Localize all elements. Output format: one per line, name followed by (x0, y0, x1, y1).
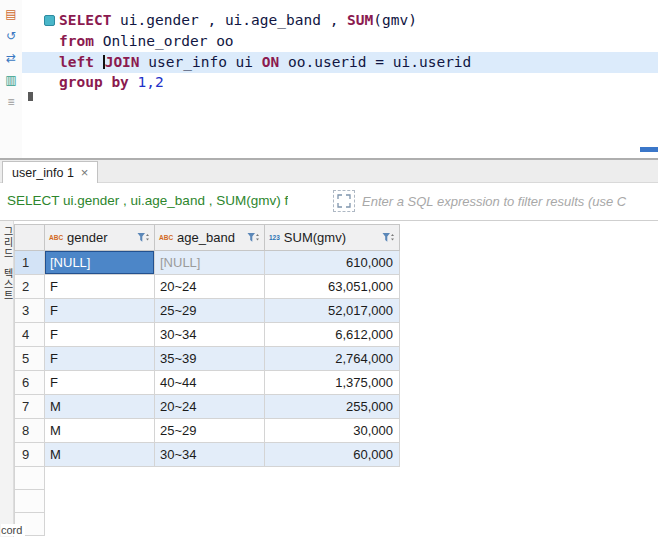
grid-cell[interactable]: 20~24 (155, 395, 265, 419)
column-label: SUM(gmv) (284, 230, 346, 245)
sql-line[interactable]: SELECT ui.gender , ui.age_band , SUM(gmv… (59, 10, 471, 31)
sql-token: SUM (347, 12, 373, 28)
close-icon[interactable]: × (81, 166, 89, 179)
grid-cell[interactable]: 60,000 (265, 443, 400, 467)
row-number[interactable]: 2 (14, 275, 45, 299)
column-header-ageband[interactable]: ABCage_band (155, 224, 265, 251)
grid-cell[interactable]: 30,000 (265, 419, 400, 443)
grid-cell[interactable]: F (45, 323, 155, 347)
results-view-tab-text[interactable]: 텍스트 (0, 268, 15, 301)
sql-token: (gmv) (373, 12, 417, 28)
table-row: 5F35~392,764,000 (14, 347, 400, 371)
grid-cell[interactable]: 1,375,000 (265, 371, 400, 395)
filter-placeholder: Enter a SQL expression to filter results… (362, 194, 656, 209)
results-side-strip: 그리드텍스트 (0, 221, 14, 537)
results-grid: ABCgenderABCage_band123SUM(gmv) 1[NULL][… (14, 224, 400, 536)
row-number[interactable]: 8 (14, 419, 45, 443)
filter-sort-icon[interactable] (137, 232, 150, 244)
table-row: 2F20~2463,051,000 (14, 275, 400, 299)
grid-cell[interactable]: 2,764,000 (265, 347, 400, 371)
execute-sql-icon[interactable]: ▤ (3, 6, 19, 22)
table-row: 7M20~24255,000 (14, 395, 400, 419)
grid-header-row: ABCgenderABCage_band123SUM(gmv) (14, 224, 400, 251)
sql-token: group by (59, 74, 129, 90)
sql-token: JOIN (105, 54, 140, 70)
results-tabbar: user_info 1 × (0, 160, 658, 183)
editor-toolbar: ▤↺⇄▥≡ (0, 0, 22, 158)
filter-sort-icon[interactable] (382, 232, 395, 244)
grid-cell[interactable]: 40~44 (155, 371, 265, 395)
grid-cell[interactable]: 63,051,000 (265, 275, 400, 299)
result-filter-bar[interactable]: SELECT ui.gender , ui.age_band , SUM(gmv… (0, 184, 658, 221)
results-view-tab-grid[interactable]: 그리드 (0, 226, 15, 259)
grid-cell[interactable]: 30~34 (155, 443, 265, 467)
column-type-icon: ABC (49, 234, 63, 241)
row-number[interactable]: 9 (14, 443, 45, 467)
grid-cell[interactable]: M (45, 443, 155, 467)
grid-cell[interactable]: 6,612,000 (265, 323, 400, 347)
sql-token: SELECT (59, 12, 111, 28)
sql-token: oo.userid = ui.userid (279, 54, 471, 70)
active-query-label: SELECT ui.gender , ui.age_band , SUM(gmv… (7, 193, 288, 208)
column-header-gender[interactable]: ABCgender (45, 224, 155, 251)
tab-user-info-1[interactable]: user_info 1 × (2, 161, 98, 183)
grid-cell[interactable]: M (45, 419, 155, 443)
sql-editor-panel[interactable]: ▤↺⇄▥≡ SELECT ui.gender , ui.age_band , S… (0, 0, 658, 158)
row-number[interactable]: 7 (14, 395, 45, 419)
gutter-marker-icon (28, 92, 33, 101)
sql-token: Online_order oo (94, 33, 234, 49)
grid-cell[interactable]: [NULL] (155, 251, 265, 275)
execute-script-icon[interactable]: ↺ (3, 28, 19, 44)
row-number[interactable]: 3 (14, 299, 45, 323)
grid-corner[interactable] (14, 224, 45, 251)
grid-cell[interactable]: F (45, 299, 155, 323)
tab-label: user_info 1 (12, 166, 74, 180)
grid-cell[interactable]: 25~29 (155, 419, 265, 443)
column-type-icon: ABC (159, 234, 173, 241)
sql-token: ui.gender , ui.age_band , (111, 12, 347, 28)
sql-line[interactable]: left JOIN user_info ui ON oo.userid = ui… (59, 52, 471, 73)
grid-cell[interactable]: M (45, 395, 155, 419)
expand-filter-icon[interactable] (333, 190, 355, 212)
grid-cell[interactable]: F (45, 347, 155, 371)
more-actions-icon[interactable]: ≡ (3, 94, 19, 110)
grid-cell[interactable]: 610,000 (265, 251, 400, 275)
column-label: age_band (177, 230, 235, 245)
grid-cell[interactable]: F (45, 275, 155, 299)
grid-body: 1[NULL][NULL]610,0002F20~2463,051,0003F2… (14, 251, 400, 536)
table-row: 1[NULL][NULL]610,000 (14, 251, 400, 275)
filter-sort-icon[interactable] (247, 232, 260, 244)
sql-token: left (59, 54, 103, 70)
grid-cell[interactable]: 25~29 (155, 299, 265, 323)
grid-cell[interactable]: 30~34 (155, 323, 265, 347)
column-label: gender (67, 230, 107, 245)
column-header-sumgmv[interactable]: 123SUM(gmv) (265, 224, 400, 251)
editor-scrollbar[interactable] (640, 147, 658, 152)
results-panel: 그리드텍스트 ABCgenderABCage_band123SUM(gmv) 1… (0, 221, 658, 537)
row-number[interactable]: 6 (14, 371, 45, 395)
table-row: 4F30~346,612,000 (14, 323, 400, 347)
dbeaver-sql-editor-window: ▤↺⇄▥≡ SELECT ui.gender , ui.age_band , S… (0, 0, 658, 537)
row-number[interactable]: 1 (14, 251, 45, 275)
grid-cell[interactable]: 20~24 (155, 275, 265, 299)
grid-cell[interactable]: 35~39 (155, 347, 265, 371)
table-row: 9M30~3460,000 (14, 443, 400, 467)
empty-row-number (14, 490, 45, 513)
grid-cell[interactable]: 52,017,000 (265, 299, 400, 323)
export-result-icon[interactable]: ⇄ (3, 50, 19, 66)
sql-line[interactable]: group by 1,2 (59, 72, 471, 93)
sql-token (129, 74, 138, 90)
table-row: 8M25~2930,000 (14, 419, 400, 443)
statement-marker-icon (44, 15, 55, 26)
column-type-icon: 123 (269, 234, 280, 241)
sql-code[interactable]: SELECT ui.gender , ui.age_band , SUM(gmv… (59, 10, 471, 93)
grid-cell[interactable]: 255,000 (265, 395, 400, 419)
row-number[interactable]: 5 (14, 347, 45, 371)
sql-token: from (59, 33, 94, 49)
sql-line[interactable]: from Online_order oo (59, 31, 471, 52)
explain-plan-icon[interactable]: ▥ (3, 72, 19, 88)
grid-cell[interactable]: F (45, 371, 155, 395)
grid-cell[interactable]: [NULL] (45, 251, 155, 275)
sql-token: user_info ui (140, 54, 262, 70)
row-number[interactable]: 4 (14, 323, 45, 347)
